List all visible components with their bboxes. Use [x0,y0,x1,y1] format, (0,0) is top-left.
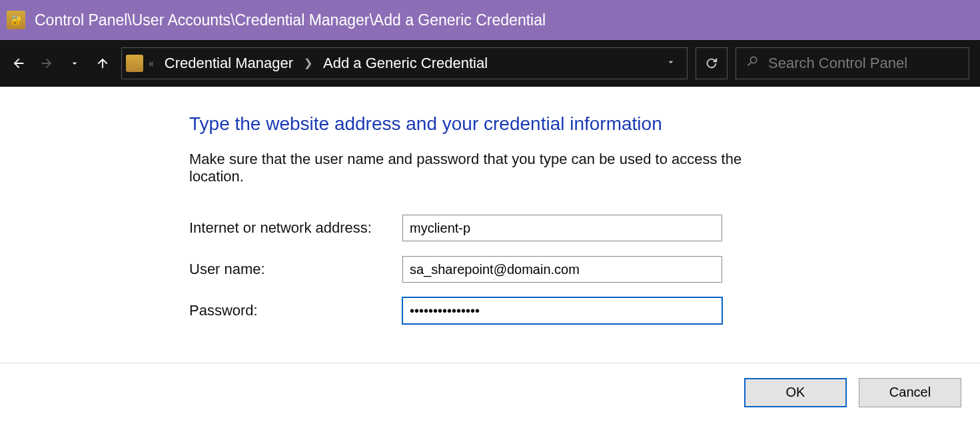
search-icon [745,55,759,71]
titlebar: 🔐 Control Panel\User Accounts\Credential… [0,0,980,40]
navbar: « Credential Manager ❯ Add a Generic Cre… [0,40,980,87]
page-instruction: Make sure that the user name and passwor… [189,151,789,185]
password-row: Password: [189,297,789,324]
breadcrumb-item[interactable]: Credential Manager [159,52,298,75]
chevron-down-icon [666,57,676,67]
username-row: User name: [189,256,789,283]
cancel-button[interactable]: Cancel [859,378,961,407]
address-input[interactable] [402,215,722,241]
back-button[interactable] [7,51,31,75]
credential-manager-icon: 🔐 [7,11,25,29]
chevron-right-icon: ❯ [304,57,312,69]
window-title: Control Panel\User Accounts\Credential M… [35,11,546,29]
refresh-icon [704,56,719,71]
username-input[interactable] [402,256,722,283]
refresh-button[interactable] [696,47,728,79]
arrow-left-icon [11,56,26,71]
overflow-chevron-icon[interactable]: « [149,58,154,69]
up-button[interactable] [91,51,115,75]
address-bar[interactable]: « Credential Manager ❯ Add a Generic Cre… [121,47,688,79]
address-label: Internet or network address: [189,219,402,237]
search-box[interactable] [735,47,969,79]
breadcrumb-item[interactable]: Add a Generic Credential [318,52,493,75]
ok-button[interactable]: OK [744,378,847,407]
recent-locations-button[interactable] [63,51,87,75]
page-heading: Type the website address and your creden… [189,113,789,135]
address-dropdown-button[interactable] [659,57,683,70]
forward-button[interactable] [35,51,59,75]
password-label: Password: [189,302,402,319]
search-input[interactable] [768,55,959,72]
arrow-right-icon [39,56,54,71]
location-icon [126,55,143,72]
arrow-up-icon [95,56,110,71]
chevron-down-icon [69,58,80,69]
address-row: Internet or network address: [189,215,789,241]
password-input[interactable] [402,297,722,324]
username-label: User name: [189,261,402,278]
content-area: Type the website address and your creden… [0,87,980,363]
footer: OK Cancel [0,363,980,421]
